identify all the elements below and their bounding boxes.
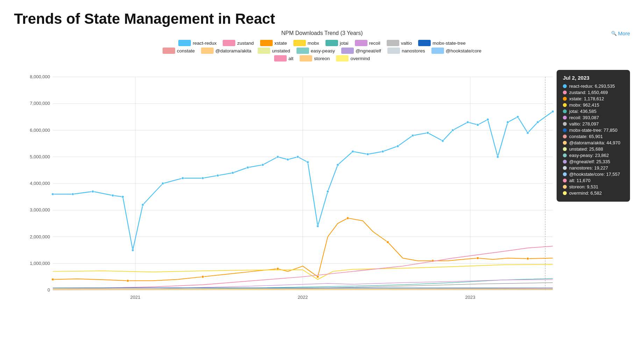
- svg-point-25: [122, 196, 124, 198]
- more-button[interactable]: 🔍 More: [611, 30, 630, 36]
- svg-point-22: [72, 193, 74, 195]
- svg-point-63: [316, 275, 319, 278]
- svg-point-41: [337, 164, 339, 166]
- svg-point-47: [427, 132, 429, 134]
- legend-item-nanostores: nanostores: [387, 48, 425, 54]
- legend-item-alt: alt: [274, 55, 293, 62]
- legend-item-unstated: unstated: [258, 48, 290, 54]
- legend-item-easy-peasy: easy-peasy: [296, 48, 335, 54]
- svg-point-23: [92, 190, 94, 193]
- chart-svg: 01,000,0002,000,0003,000,0004,000,0005,0…: [14, 66, 630, 304]
- svg-point-33: [246, 166, 249, 169]
- svg-point-55: [516, 116, 519, 118]
- search-icon: 🔍: [611, 31, 617, 36]
- legend-item-zustand: zustand: [223, 40, 253, 46]
- legend-item-storeon: storeon: [300, 55, 330, 62]
- svg-point-51: [477, 124, 479, 126]
- svg-point-28: [162, 182, 164, 185]
- legend-item-jotai: jotai: [325, 40, 349, 46]
- svg-point-53: [496, 156, 499, 158]
- svg-point-67: [477, 257, 479, 259]
- svg-text:4,000,000: 4,000,000: [30, 181, 50, 186]
- svg-text:2022: 2022: [298, 295, 308, 300]
- svg-point-38: [307, 161, 309, 164]
- svg-point-56: [527, 132, 529, 134]
- svg-point-60: [127, 280, 129, 282]
- svg-point-39: [316, 225, 319, 228]
- legend-item-xstate: xstate: [260, 40, 287, 46]
- svg-text:5,000,000: 5,000,000: [30, 154, 50, 159]
- svg-text:2,000,000: 2,000,000: [30, 234, 50, 239]
- svg-point-24: [112, 194, 114, 197]
- svg-point-36: [287, 158, 289, 161]
- svg-point-27: [142, 204, 144, 206]
- svg-point-45: [396, 145, 399, 147]
- svg-point-50: [466, 121, 469, 123]
- svg-point-65: [387, 241, 389, 243]
- svg-text:0: 0: [48, 287, 50, 293]
- legend-item-react-redux: react-redux: [178, 40, 216, 46]
- chart-subtitle: NPM Downloads Trend (3 Years): [14, 30, 630, 36]
- legend-item-mobx: mobx: [293, 40, 319, 46]
- svg-point-40: [327, 190, 329, 193]
- svg-point-37: [296, 156, 299, 158]
- svg-point-58: [552, 110, 554, 113]
- legend-item-mobx-state-tree: mobx-state-tree: [418, 40, 466, 46]
- more-label: More: [618, 30, 630, 36]
- svg-point-57: [537, 121, 539, 123]
- page-title: Trends of State Management in React: [14, 10, 630, 27]
- legend: react-reduxzustandxstatemobxjotairecoilv…: [14, 40, 630, 62]
- svg-text:2023: 2023: [465, 295, 475, 300]
- svg-point-68: [527, 258, 529, 260]
- svg-text:1,000,000: 1,000,000: [30, 261, 50, 266]
- svg-text:2021: 2021: [130, 295, 140, 300]
- svg-point-44: [381, 150, 384, 153]
- svg-point-49: [452, 129, 454, 131]
- svg-point-21: [52, 193, 54, 195]
- svg-text:6,000,000: 6,000,000: [30, 128, 50, 133]
- svg-point-42: [352, 150, 354, 153]
- svg-point-29: [181, 177, 184, 179]
- svg-text:8,000,000: 8,000,000: [30, 74, 50, 79]
- svg-point-34: [262, 164, 264, 166]
- chart-area: 01,000,0002,000,0003,000,0004,000,0005,0…: [14, 66, 630, 304]
- legend-item-valtio: valtio: [387, 40, 412, 46]
- legend-item-overmind: overmind: [336, 55, 370, 62]
- svg-point-43: [366, 153, 369, 156]
- svg-point-52: [487, 118, 489, 121]
- svg-point-46: [412, 134, 414, 137]
- svg-point-31: [216, 174, 219, 177]
- legend-item-@datorama/akita: @datorama/akita: [201, 48, 251, 54]
- svg-point-59: [52, 278, 54, 281]
- svg-point-26: [131, 249, 134, 251]
- legend-item-@ngneat/elf: @ngneat/elf: [341, 48, 381, 54]
- svg-point-61: [202, 275, 204, 278]
- svg-point-30: [202, 177, 204, 179]
- svg-point-48: [442, 140, 444, 142]
- svg-text:3,000,000: 3,000,000: [30, 207, 50, 212]
- legend-item-constate: constate: [163, 48, 195, 54]
- svg-point-54: [507, 121, 509, 123]
- svg-text:7,000,000: 7,000,000: [30, 101, 50, 106]
- svg-point-32: [231, 172, 234, 174]
- svg-point-64: [346, 217, 349, 219]
- legend-item-@hookstate/core: @hookstate/core: [431, 48, 481, 54]
- svg-point-35: [277, 156, 279, 158]
- legend-item-recoil: recoil: [355, 40, 380, 46]
